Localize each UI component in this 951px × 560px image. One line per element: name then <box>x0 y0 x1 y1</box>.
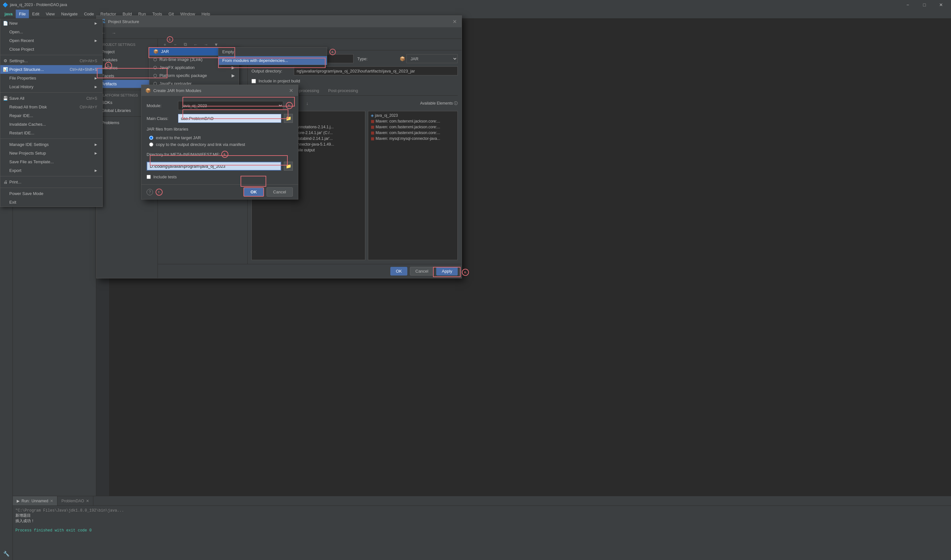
menu-open[interactable]: Open... <box>0 28 102 36</box>
bottom-tabs: ▶ Run: Unnamed ✕ ProblemDAO ✕ <box>13 496 951 506</box>
ps-cancel-btn[interactable]: Cancel <box>410 267 434 275</box>
platform-icon: ⬡ <box>153 73 157 78</box>
ps-type-select[interactable]: JAR <box>406 54 458 63</box>
close-project-icon <box>3 47 8 52</box>
cj-radio-copy[interactable]: copy to the output directory and link vi… <box>149 142 293 147</box>
cj-dir-input[interactable] <box>146 162 281 171</box>
menu-exit[interactable]: Exit <box>0 198 102 206</box>
output-layout-down-btn[interactable]: ↓ <box>303 99 312 108</box>
menu-invalidate-caches[interactable]: Invalidate Caches... <box>0 120 102 129</box>
cj-include-tests-checkbox[interactable] <box>146 175 151 179</box>
menu-open-recent[interactable]: Open Recent ▶ <box>0 36 102 45</box>
maven-icon-3: ▦ <box>371 131 374 135</box>
cj-ok-btn[interactable]: OK <box>243 187 264 197</box>
ps-nav-facets[interactable]: Facets <box>97 72 157 80</box>
menu-power-save[interactable]: Power Save Mode <box>0 189 102 198</box>
menu-save-all[interactable]: 💾 Save All Ctrl+S <box>0 94 102 103</box>
label-7: 7. <box>155 189 163 195</box>
jar-from-modules-item[interactable]: From modules with dependencies... <box>219 56 327 65</box>
exit-icon <box>3 200 8 205</box>
menu-reload-disk[interactable]: Reload All from Disk Ctrl+Alt+Y <box>0 103 102 111</box>
menu-settings[interactable]: ⚙ Settings... Ctrl+Alt+S <box>0 57 102 65</box>
power-save-icon <box>3 191 8 196</box>
jar-type-icon: 📦 <box>400 56 405 61</box>
menu-view[interactable]: View <box>43 9 58 18</box>
ps-close-btn[interactable]: ✕ <box>451 18 458 25</box>
ps-forward-btn[interactable]: → <box>109 29 118 37</box>
cj-close-btn[interactable]: ✕ <box>288 87 294 94</box>
local-history-icon <box>3 85 8 89</box>
avail-java-oj[interactable]: ◈ java_oj_2023 <box>369 112 456 118</box>
cj-title: Create JAR from Modules <box>153 88 202 93</box>
menu-file[interactable]: File <box>16 9 29 18</box>
ps-dialog-footer: OK Cancel Apply <box>158 264 462 278</box>
menu-repair-ide[interactable]: Repair IDE... <box>0 111 102 120</box>
cj-body: Module: java_oj_2023 5. Main Class: 📁 JA… <box>142 96 298 185</box>
menu-local-history[interactable]: Local History ▶ <box>0 82 102 91</box>
jar-menu-icon: 📦 <box>153 49 158 54</box>
cj-help-icon[interactable]: ? <box>146 189 153 195</box>
menu-file-properties[interactable]: File Properties ▶ <box>0 74 102 82</box>
run-tab[interactable]: ▶ Run: Unnamed ✕ <box>13 496 57 506</box>
open-icon <box>3 29 8 35</box>
menu-manage-settings[interactable]: Manage IDE Settings ▶ <box>0 140 102 149</box>
menu-java[interactable]: java <box>1 9 16 18</box>
minimize-button[interactable]: − <box>900 0 915 9</box>
cj-main-class-row: Main Class: 📁 <box>146 114 293 123</box>
menu-navigate[interactable]: Navigate <box>58 9 81 18</box>
file-props-icon <box>3 76 8 81</box>
cj-dir-label-row: Directory for META-INF/MANIFEST.MF: 6. <box>146 151 293 158</box>
cj-main-class-browse-btn[interactable]: 📁 <box>284 114 293 123</box>
run-line-2: 新增题目 <box>15 513 948 518</box>
avail-maven-1[interactable]: ▦ Maven: com.fasterxml.jackson.core:... <box>369 118 456 124</box>
cj-module-select[interactable]: java_oj_2023 <box>178 101 283 110</box>
restart-icon <box>3 131 8 136</box>
ps-output-dir-input[interactable] <box>294 66 458 75</box>
new-icon: 📄 <box>3 21 8 26</box>
cj-main-class-input[interactable] <box>178 114 281 123</box>
menu-print[interactable]: 🖨 Print... <box>0 178 102 186</box>
export-icon <box>3 168 8 173</box>
cj-jar-files-label: JAR files from libraries <box>146 127 293 131</box>
menu-save-template[interactable]: Save File as Template... <box>0 157 102 166</box>
label-1: 1. <box>105 62 112 69</box>
ps-ok-btn[interactable]: OK <box>390 267 407 275</box>
label-8: 8. <box>462 269 469 276</box>
ps-include-build-label: Include in project build <box>259 78 300 83</box>
menu-restart-ide[interactable]: Restart IDE... <box>0 129 102 137</box>
add-platform-item[interactable]: ⬡ Platform specific package ▶ <box>149 72 239 80</box>
menu-new-projects-setup[interactable]: New Projects Setup ▶ <box>0 149 102 157</box>
avail-maven-3[interactable]: ▦ Maven: com.fasterxml.jackson.core:... <box>369 130 456 136</box>
project-settings-label: Project Settings <box>97 42 157 48</box>
menu-project-structure[interactable]: 📊 Project Structure... Ctrl+Alt+Shift+S … <box>0 65 102 74</box>
dialog-titlebar: 🏗 Project Structure ✕ <box>97 16 462 27</box>
menu-new[interactable]: 📄 New ▶ <box>0 19 102 28</box>
ps-apply-btn[interactable]: Apply <box>436 267 458 275</box>
ps-toolbar: ← → <box>97 27 462 39</box>
ps-output-label: Output directory: <box>251 69 290 74</box>
label-3: 3. <box>167 36 173 43</box>
runtime-icon: ⬡ <box>153 57 157 62</box>
maximize-button[interactable]: □ <box>917 0 932 9</box>
ps-include-build-row: Include in project build <box>251 78 458 83</box>
menu-close-project[interactable]: Close Project <box>0 45 102 54</box>
problemdao-tab[interactable]: ProblemDAO ✕ <box>57 496 93 506</box>
close-button[interactable]: ✕ <box>934 0 948 9</box>
cj-include-tests-row[interactable]: Include tests <box>146 174 293 179</box>
menu-edit[interactable]: Edit <box>29 9 42 18</box>
available-elements-panel: ◈ java_oj_2023 ▦ Maven: com.fasterxml.ja… <box>368 111 458 260</box>
cj-dir-browse-btn[interactable]: 📁 <box>284 162 293 171</box>
avail-maven-4[interactable]: ▦ Maven: mysql:mysql-connector-java... <box>369 136 456 142</box>
ps-include-build-checkbox[interactable] <box>251 79 256 83</box>
title-bar: 🔷 java_oj_2023 - ProblemDAO.java − □ ✕ <box>0 0 951 9</box>
avail-maven-2[interactable]: ▦ Maven: com.fasterxml.jackson.core:... <box>369 124 456 130</box>
menu-export[interactable]: Export ▶ <box>0 166 102 175</box>
label-6: 6. <box>221 151 228 158</box>
cj-cancel-btn[interactable]: Cancel <box>266 187 293 197</box>
ps-nav-project[interactable]: Project <box>97 48 157 56</box>
jar-empty-item[interactable]: Empty 4. <box>219 48 327 56</box>
ps-tab-postprocessing[interactable]: Post-processing <box>324 86 362 95</box>
sidebar-structure-bottom-icon[interactable]: 🔧 <box>1 548 12 559</box>
menu-code[interactable]: Code <box>81 9 97 18</box>
cj-radio-extract[interactable]: extract to the target JAR <box>149 135 293 140</box>
